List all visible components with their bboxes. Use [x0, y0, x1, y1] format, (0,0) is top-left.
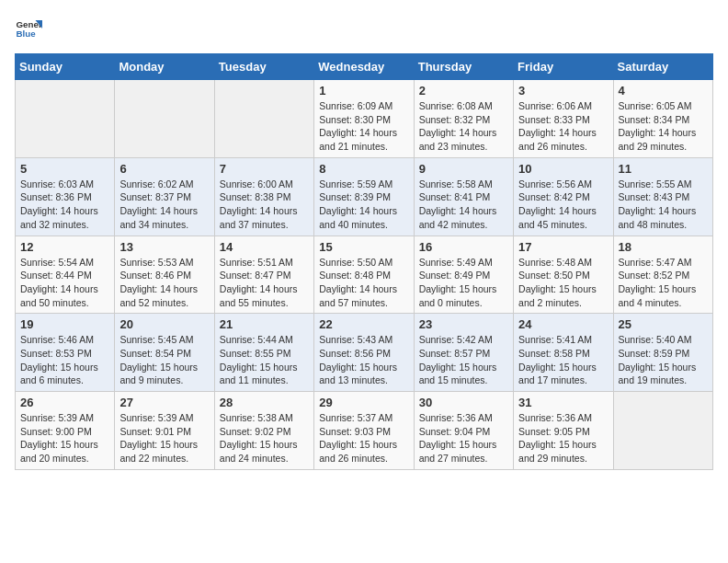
- calendar-cell: 29Sunrise: 5:37 AMSunset: 9:03 PMDayligh…: [314, 392, 414, 470]
- cell-text: Sunset: 8:49 PM: [419, 269, 508, 282]
- cell-text: Sunset: 8:38 PM: [220, 190, 309, 204]
- cell-text: Sunrise: 5:47 AM: [619, 256, 708, 270]
- cell-text: Sunrise: 5:56 AM: [518, 178, 608, 191]
- calendar-cell: 4Sunrise: 6:05 AMSunset: 8:34 PMDaylight…: [613, 80, 712, 158]
- calendar-cell: [115, 80, 214, 158]
- cell-text: Sunset: 8:47 PM: [220, 269, 309, 282]
- weekday-header-row: SundayMondayTuesdayWednesdayThursdayFrid…: [16, 54, 713, 80]
- page-header: General Blue: [15, 15, 713, 42]
- week-row-3: 12Sunrise: 5:54 AMSunset: 8:44 PMDayligh…: [16, 236, 713, 314]
- day-number: 1: [319, 84, 408, 98]
- logo-icon: General Blue: [15, 15, 42, 42]
- cell-text: Sunset: 8:50 PM: [518, 269, 608, 282]
- calendar-cell: 7Sunrise: 6:00 AMSunset: 8:38 PMDaylight…: [214, 157, 313, 236]
- cell-text: Sunrise: 5:49 AM: [419, 256, 508, 270]
- cell-text: Sunset: 8:43 PM: [619, 190, 708, 204]
- calendar-cell: 23Sunrise: 5:42 AMSunset: 8:57 PMDayligh…: [414, 314, 513, 392]
- day-number: 24: [518, 317, 608, 331]
- cell-text: Sunrise: 6:03 AM: [20, 178, 109, 191]
- cell-text: Sunrise: 5:51 AM: [220, 256, 309, 270]
- cell-text: Sunrise: 5:59 AM: [319, 178, 408, 191]
- cell-text: Daylight: 15 hours and 4 minutes.: [619, 282, 708, 309]
- cell-text: Daylight: 15 hours and 13 minutes.: [319, 361, 408, 387]
- cell-text: Sunset: 8:54 PM: [119, 347, 209, 361]
- cell-text: Daylight: 15 hours and 22 minutes.: [119, 438, 209, 465]
- day-number: 27: [119, 396, 209, 409]
- calendar-cell: 6Sunrise: 6:02 AMSunset: 8:37 PMDaylight…: [115, 157, 214, 236]
- cell-text: Sunset: 8:32 PM: [419, 113, 508, 127]
- calendar-cell: 17Sunrise: 5:48 AMSunset: 8:50 PMDayligh…: [514, 236, 613, 314]
- cell-text: Sunset: 8:59 PM: [619, 347, 708, 361]
- cell-text: Daylight: 14 hours and 55 minutes.: [220, 282, 309, 309]
- cell-text: Daylight: 14 hours and 48 minutes.: [619, 204, 708, 231]
- day-number: 29: [319, 396, 408, 409]
- day-number: 5: [20, 162, 109, 176]
- day-number: 17: [518, 240, 608, 254]
- cell-text: Daylight: 15 hours and 15 minutes.: [419, 361, 508, 387]
- cell-text: Sunset: 8:53 PM: [20, 347, 109, 361]
- cell-text: Daylight: 15 hours and 24 minutes.: [220, 438, 309, 465]
- calendar-cell: [613, 392, 712, 470]
- week-row-1: 1Sunrise: 6:09 AMSunset: 8:30 PMDaylight…: [16, 80, 713, 158]
- cell-text: Daylight: 14 hours and 34 minutes.: [119, 204, 209, 231]
- day-number: 6: [119, 162, 209, 176]
- day-number: 2: [419, 84, 508, 98]
- cell-text: Sunset: 9:03 PM: [319, 425, 408, 439]
- cell-text: Sunset: 8:41 PM: [419, 190, 508, 204]
- cell-text: Sunrise: 5:55 AM: [619, 178, 708, 191]
- calendar-cell: 15Sunrise: 5:50 AMSunset: 8:48 PMDayligh…: [314, 236, 414, 314]
- cell-text: Sunrise: 5:39 AM: [119, 411, 209, 425]
- day-number: 31: [518, 396, 608, 409]
- cell-text: Sunrise: 5:45 AM: [119, 333, 209, 347]
- calendar-cell: 30Sunrise: 5:36 AMSunset: 9:04 PMDayligh…: [414, 392, 513, 470]
- calendar-cell: 19Sunrise: 5:46 AMSunset: 8:53 PMDayligh…: [16, 314, 115, 392]
- cell-text: Sunset: 8:46 PM: [119, 269, 209, 282]
- calendar-cell: 16Sunrise: 5:49 AMSunset: 8:49 PMDayligh…: [414, 236, 513, 314]
- day-number: 25: [619, 317, 708, 331]
- cell-text: Sunset: 8:30 PM: [319, 113, 408, 127]
- weekday-header-sunday: Sunday: [16, 54, 115, 80]
- calendar-cell: 27Sunrise: 5:39 AMSunset: 9:01 PMDayligh…: [115, 392, 214, 470]
- cell-text: Sunset: 9:05 PM: [518, 425, 608, 439]
- cell-text: Daylight: 14 hours and 40 minutes.: [319, 204, 408, 231]
- cell-text: Daylight: 15 hours and 2 minutes.: [518, 282, 608, 309]
- cell-text: Sunrise: 5:36 AM: [518, 411, 608, 425]
- day-number: 18: [619, 240, 708, 254]
- cell-text: Daylight: 15 hours and 29 minutes.: [518, 438, 608, 465]
- svg-text:Blue: Blue: [17, 29, 37, 39]
- day-number: 8: [319, 162, 408, 176]
- cell-text: Daylight: 15 hours and 19 minutes.: [619, 361, 708, 387]
- cell-text: Sunset: 8:55 PM: [220, 347, 309, 361]
- cell-text: Daylight: 14 hours and 21 minutes.: [319, 126, 408, 153]
- calendar-cell: 20Sunrise: 5:45 AMSunset: 8:54 PMDayligh…: [115, 314, 214, 392]
- cell-text: Sunrise: 5:39 AM: [20, 411, 109, 425]
- day-number: 28: [220, 396, 309, 409]
- cell-text: Sunrise: 5:54 AM: [20, 256, 109, 270]
- calendar-table: SundayMondayTuesdayWednesdayThursdayFrid…: [15, 53, 713, 470]
- day-number: 12: [20, 240, 109, 254]
- day-number: 11: [619, 162, 708, 176]
- week-row-2: 5Sunrise: 6:03 AMSunset: 8:36 PMDaylight…: [16, 157, 713, 236]
- cell-text: Daylight: 15 hours and 26 minutes.: [319, 438, 408, 465]
- calendar-cell: 14Sunrise: 5:51 AMSunset: 8:47 PMDayligh…: [214, 236, 313, 314]
- cell-text: Daylight: 14 hours and 45 minutes.: [518, 204, 608, 231]
- cell-text: Sunrise: 5:48 AM: [518, 256, 608, 270]
- cell-text: Daylight: 14 hours and 29 minutes.: [619, 126, 708, 153]
- day-number: 9: [419, 162, 508, 176]
- calendar-cell: 3Sunrise: 6:06 AMSunset: 8:33 PMDaylight…: [514, 80, 613, 158]
- calendar-cell: [214, 80, 313, 158]
- cell-text: Sunset: 8:36 PM: [20, 190, 109, 204]
- cell-text: Sunset: 9:01 PM: [119, 425, 209, 439]
- cell-text: Daylight: 15 hours and 6 minutes.: [20, 361, 109, 387]
- cell-text: Daylight: 14 hours and 42 minutes.: [419, 204, 508, 231]
- logo: General Blue: [15, 15, 42, 42]
- cell-text: Sunrise: 5:38 AM: [220, 411, 309, 425]
- week-row-4: 19Sunrise: 5:46 AMSunset: 8:53 PMDayligh…: [16, 314, 713, 392]
- cell-text: Sunrise: 5:37 AM: [319, 411, 408, 425]
- day-number: 16: [419, 240, 508, 254]
- calendar-cell: 8Sunrise: 5:59 AMSunset: 8:39 PMDaylight…: [314, 157, 414, 236]
- cell-text: Sunrise: 6:08 AM: [419, 99, 508, 113]
- calendar-cell: 25Sunrise: 5:40 AMSunset: 8:59 PMDayligh…: [613, 314, 712, 392]
- cell-text: Daylight: 14 hours and 57 minutes.: [319, 282, 408, 309]
- cell-text: Daylight: 14 hours and 23 minutes.: [419, 126, 508, 153]
